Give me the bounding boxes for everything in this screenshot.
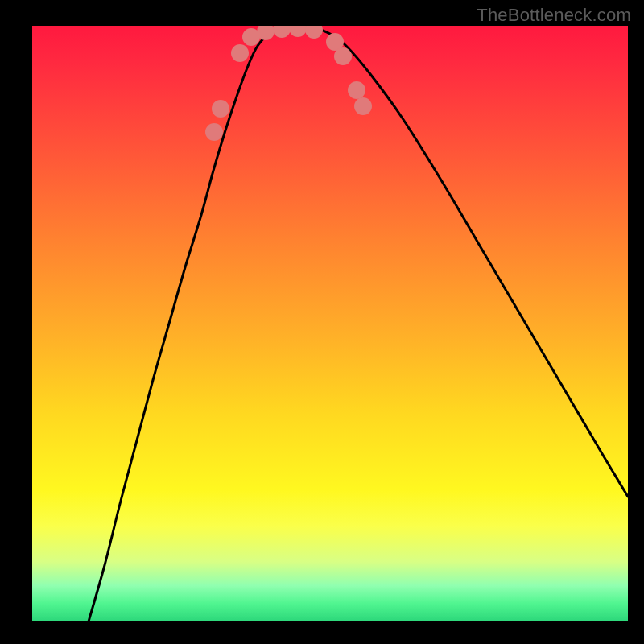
watermark-text: TheBottleneck.com [477, 5, 631, 26]
highlight-dot [289, 26, 307, 37]
chart-frame: TheBottleneck.com [0, 0, 644, 644]
bottleneck-curve [89, 27, 628, 621]
plot-area [32, 26, 628, 621]
highlight-dot [212, 100, 229, 118]
highlight-dot [231, 44, 249, 62]
highlight-dot [305, 26, 323, 39]
highlight-markers [205, 26, 372, 141]
highlight-dot [273, 26, 291, 38]
curve-layer [32, 26, 628, 621]
highlight-dot [334, 47, 352, 65]
highlight-dot [205, 123, 223, 141]
highlight-dot [354, 97, 372, 115]
highlight-dot [348, 81, 365, 99]
